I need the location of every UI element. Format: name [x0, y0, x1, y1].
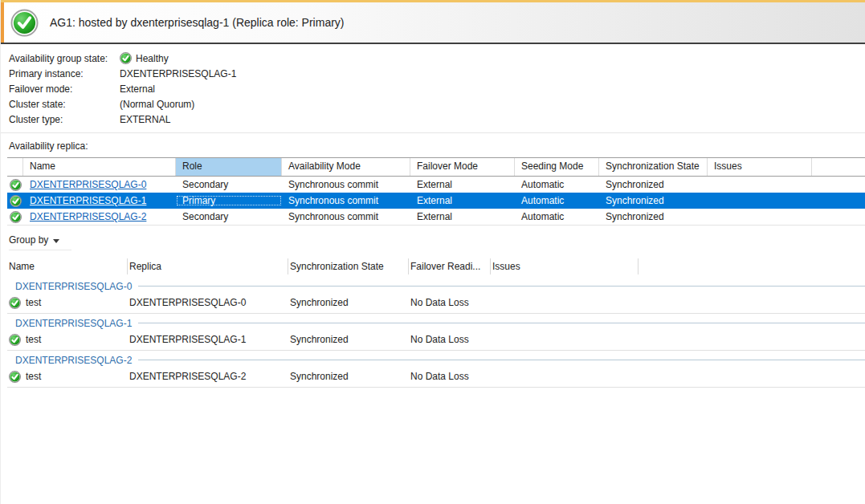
dashboard-header: AG1: hosted by dxenterprisesqlag-1 (Repl… — [1, 0, 865, 44]
database-synchronization-state: Synchronized — [288, 334, 409, 345]
availability-replica-label: Availability replica: — [9, 140, 865, 152]
column-header-name[interactable]: Name — [7, 258, 128, 274]
summary-value: (Normal Quorum) — [120, 99, 194, 110]
summary-row: Availability group state: Healthy — [9, 51, 865, 66]
database-name: test — [26, 371, 41, 382]
replica-failover-mode: External — [410, 179, 515, 190]
summary-label: Cluster type: — [9, 114, 120, 125]
section-divider — [1, 132, 865, 133]
column-header-issues[interactable]: Issues — [491, 258, 639, 274]
summary-value: DXENTERPRISESQLAG-1 — [120, 68, 236, 79]
availability-replica-table: Name Role Availability Mode Failover Mod… — [7, 157, 865, 226]
column-header-failover-readiness[interactable]: Failover Readi... — [409, 258, 491, 274]
column-header-seeding-mode[interactable]: Seeding Mode — [515, 158, 599, 176]
replica-role: Primary — [176, 195, 282, 206]
replica-row-selected[interactable]: DXENTERPRISESQLAG-1 Primary Synchronous … — [7, 193, 865, 209]
database-replica: DXENTERPRISESQLAG-1 — [128, 334, 288, 345]
database-name: test — [26, 297, 41, 308]
group-name: DXENTERPRISESQLAG-1 — [7, 318, 132, 329]
replica-seeding-mode: Automatic — [515, 179, 599, 190]
replica-table-header: Name Role Availability Mode Failover Mod… — [7, 157, 865, 177]
row-divider — [7, 313, 865, 314]
database-row[interactable]: test DXENTERPRISESQLAG-1 Synchronized No… — [7, 329, 865, 350]
healthy-check-icon — [9, 297, 21, 309]
summary-row: Primary instance: DXENTERPRISESQLAG-1 — [9, 66, 865, 81]
database-synchronization-state: Synchronized — [288, 297, 409, 308]
summary-label: Availability group state: — [9, 53, 120, 64]
database-synchronization-state: Synchronized — [288, 371, 409, 382]
replica-availability-mode: Synchronous commit — [282, 179, 410, 190]
replica-availability-mode: Synchronous commit — [282, 195, 410, 206]
database-table-header: Name Replica Synchronization State Failo… — [7, 255, 865, 277]
healthy-check-icon — [10, 9, 39, 37]
group-name: DXENTERPRISESQLAG-0 — [7, 281, 132, 292]
replica-synchronization-state: Synchronized — [599, 179, 708, 190]
group-header: DXENTERPRISESQLAG-2 — [7, 354, 865, 366]
replica-role: Secondary — [176, 179, 282, 190]
database-name: test — [26, 334, 41, 345]
database-failover-readiness: No Data Loss — [409, 297, 491, 308]
database-replica-table: Name Replica Synchronization State Failo… — [7, 255, 865, 388]
column-header-issues[interactable]: Issues — [708, 158, 812, 176]
healthy-check-icon — [10, 179, 22, 191]
healthy-check-icon — [120, 52, 132, 64]
summary-label: Failover mode: — [9, 83, 120, 95]
group-by-dropdown[interactable]: Group by — [9, 234, 71, 250]
column-header-synchronization-state[interactable]: Synchronization State — [599, 158, 708, 176]
replica-seeding-mode: Automatic — [515, 195, 599, 206]
column-header-name[interactable]: Name — [23, 158, 176, 176]
group-rule — [138, 360, 865, 360]
replica-name-link[interactable]: DXENTERPRISESQLAG-1 — [30, 195, 146, 206]
replica-row[interactable]: DXENTERPRISESQLAG-2 Secondary Synchronou… — [7, 209, 865, 225]
column-header-replica[interactable]: Replica — [128, 258, 288, 274]
healthy-check-icon — [10, 195, 22, 207]
replica-role: Secondary — [176, 211, 282, 222]
column-header-filler — [812, 158, 865, 176]
group-header: DXENTERPRISESQLAG-0 — [7, 280, 865, 292]
replica-seeding-mode: Automatic — [515, 211, 599, 222]
database-failover-readiness: No Data Loss — [409, 371, 491, 382]
group-rule — [138, 323, 865, 323]
healthy-check-icon — [9, 334, 21, 346]
row-divider — [7, 350, 865, 351]
replica-name-link[interactable]: DXENTERPRISESQLAG-0 — [30, 179, 146, 190]
ag-summary-panel: Availability group state: Healthy Primar… — [1, 44, 865, 127]
column-header-failover-mode[interactable]: Failover Mode — [410, 158, 515, 176]
column-header-synchronization-state[interactable]: Synchronization State — [288, 258, 409, 274]
summary-label: Cluster state: — [9, 99, 120, 110]
summary-row: Cluster state: (Normal Quorum) — [9, 96, 865, 112]
chevron-down-icon — [53, 239, 59, 243]
summary-row: Cluster type: EXTERNAL — [9, 112, 865, 127]
summary-label: Primary instance: — [9, 68, 120, 79]
group-name: DXENTERPRISESQLAG-2 — [7, 355, 132, 366]
database-replica: DXENTERPRISESQLAG-0 — [128, 297, 288, 308]
column-header-availability-mode[interactable]: Availability Mode — [282, 158, 410, 176]
group-header: DXENTERPRISESQLAG-1 — [7, 317, 865, 329]
row-divider — [7, 387, 865, 388]
header-accent-stripe — [1, 2, 4, 43]
summary-value: EXTERNAL — [120, 114, 170, 125]
database-row[interactable]: test DXENTERPRISESQLAG-2 Synchronized No… — [7, 366, 865, 387]
replica-failover-mode: External — [410, 195, 515, 206]
healthy-check-icon — [9, 371, 21, 383]
summary-value: Healthy — [136, 53, 169, 64]
column-header-role[interactable]: Role — [176, 158, 282, 176]
replica-failover-mode: External — [410, 211, 515, 222]
column-header-status[interactable] — [7, 158, 23, 176]
replica-synchronization-state: Synchronized — [599, 211, 708, 222]
group-by-label: Group by — [9, 234, 48, 246]
replica-availability-mode: Synchronous commit — [282, 211, 410, 222]
database-row[interactable]: test DXENTERPRISESQLAG-0 Synchronized No… — [7, 292, 865, 313]
healthy-check-icon — [10, 211, 22, 223]
replica-row[interactable]: DXENTERPRISESQLAG-0 Secondary Synchronou… — [7, 177, 865, 193]
group-rule — [138, 286, 865, 287]
replica-name-link[interactable]: DXENTERPRISESQLAG-2 — [30, 211, 146, 222]
availability-group-dashboard: AG1: hosted by dxenterprisesqlag-1 (Repl… — [0, 0, 865, 504]
summary-row: Failover mode: External — [9, 81, 865, 96]
database-failover-readiness: No Data Loss — [409, 334, 491, 345]
replica-synchronization-state: Synchronized — [599, 195, 708, 206]
summary-value: External — [120, 83, 155, 95]
database-replica: DXENTERPRISESQLAG-2 — [128, 371, 288, 382]
page-title: AG1: hosted by dxenterprisesqlag-1 (Repl… — [50, 16, 345, 29]
